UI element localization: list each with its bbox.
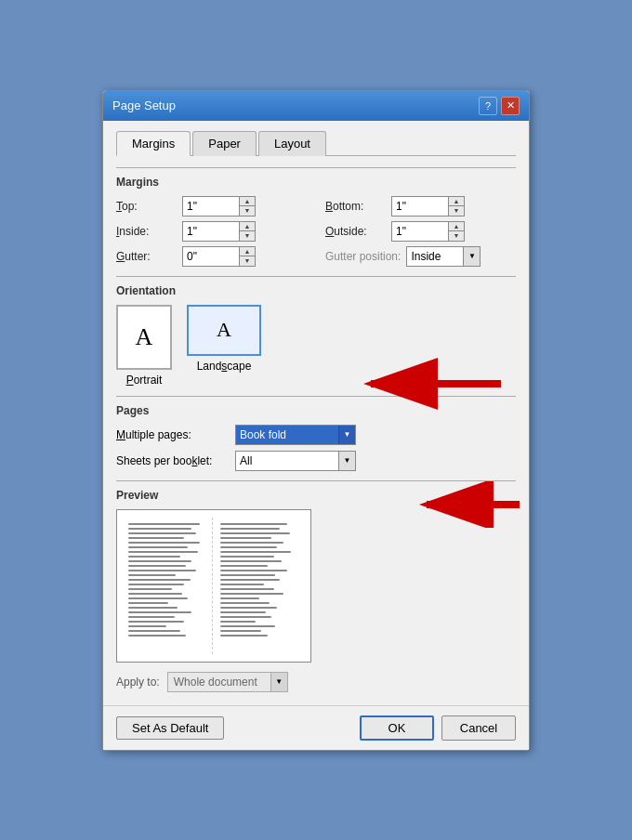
bottom-spin-down[interactable]: ▼ [449,206,464,216]
close-button[interactable]: ✕ [501,97,520,115]
sheets-value: All [236,454,338,467]
gutter-position-dropdown[interactable]: Inside ▼ [406,246,481,267]
top-spin-down[interactable]: ▼ [240,206,255,216]
bottom-input[interactable] [392,197,448,216]
dialog-body: Margins Paper Layout Margins Top: ▲ ▼ [103,121,529,705]
orientation-buttons: A Portrait A Landscape [116,305,516,387]
inside-spinner-buttons: ▲ ▼ [239,222,255,241]
apply-value: Whole document [168,676,270,689]
gutter-position-value: Inside [407,250,463,263]
gutter-spin-up[interactable]: ▲ [240,247,255,256]
margins-section: Margins Top: ▲ ▼ Bottom: [116,167,516,267]
gutter-position-dropdown-btn[interactable]: ▼ [463,247,480,266]
multiple-pages-label: Multiple pages: [116,428,228,441]
outside-spin-up[interactable]: ▲ [449,222,464,231]
outside-spin-down[interactable]: ▼ [449,231,464,241]
preview-right-page [217,518,304,654]
title-bar: Page Setup ? ✕ [103,91,529,121]
portrait-label: Portrait [126,374,163,387]
inside-spin-down[interactable]: ▼ [240,231,255,241]
inside-spinner[interactable]: ▲ ▼ [182,221,256,242]
multiple-pages-dropdown-btn[interactable]: ▼ [338,426,355,444]
outside-input[interactable] [392,222,448,241]
multiple-pages-value: Book fold [236,428,338,441]
landscape-label: Landscape [197,360,252,373]
portrait-letter: A [136,323,153,351]
help-button[interactable]: ? [479,97,497,115]
gutter-field-row: Gutter: ▲ ▼ [116,246,307,267]
bottom-spinner[interactable]: ▲ ▼ [391,196,465,217]
sheets-per-booklet-label: Sheets per booklet: [116,454,228,467]
bottom-spinner-buttons: ▲ ▼ [448,197,464,216]
top-input[interactable] [183,197,239,216]
outside-field-row: Outside: ▲ ▼ [325,221,516,242]
preview-box [116,509,311,663]
inside-label: Inside: [116,225,177,238]
gutter-position-field-row: Gutter position: Inside ▼ [325,246,516,267]
outside-label: Outside: [325,225,386,238]
preview-label: Preview [116,489,516,502]
portrait-button[interactable]: A Portrait [116,305,172,387]
gutter-position-label: Gutter position: [325,250,401,263]
margins-grid: Top: ▲ ▼ Bottom: ▲ [116,196,516,267]
tab-margins[interactable]: Margins [116,131,191,156]
top-spinner-buttons: ▲ ▼ [239,197,255,216]
bottom-spin-up[interactable]: ▲ [449,197,464,206]
apply-dropdown-btn[interactable]: ▼ [270,673,287,691]
tab-bar: Margins Paper Layout [116,130,516,156]
apply-dropdown[interactable]: Whole document ▼ [167,672,288,692]
dialog-footer: Set As Default OK Cancel [103,705,529,750]
ok-button[interactable]: OK [360,715,434,741]
top-spin-up[interactable]: ▲ [240,197,255,206]
pages-section-label: Pages [116,404,516,417]
landscape-button[interactable]: A Landscape [187,305,261,373]
pages-section: Pages Multiple pages: Book fold ▼ Sheets… [116,396,516,471]
dialog-title: Page Setup [112,98,176,112]
inside-field-row: Inside: ▲ ▼ [116,221,307,242]
sheets-dropdown-btn[interactable]: ▼ [338,452,355,470]
top-field-row: Top: ▲ ▼ [116,196,307,217]
outside-spinner-buttons: ▲ ▼ [448,222,464,241]
page-setup-dialog: Page Setup ? ✕ Margins Paper Layout Marg… [102,90,530,751]
sheets-dropdown[interactable]: All ▼ [235,451,356,471]
orientation-label: Orientation [116,284,516,297]
landscape-icon: A [187,305,261,356]
outside-spinner[interactable]: ▲ ▼ [391,221,465,242]
tab-paper[interactable]: Paper [192,131,257,156]
ok-cancel-buttons: OK Cancel [360,715,516,741]
gutter-label: Gutter: [116,250,177,263]
apply-row: Apply to: Whole document ▼ [116,672,516,692]
set-as-default-button[interactable]: Set As Default [116,716,224,740]
tab-layout[interactable]: Layout [258,131,326,156]
margins-section-label: Margins [116,176,516,189]
title-bar-buttons: ? ✕ [479,97,520,115]
gutter-spinner-buttons: ▲ ▼ [239,247,255,266]
gutter-spin-down[interactable]: ▼ [240,256,255,266]
cancel-button[interactable]: Cancel [441,715,516,741]
sheets-per-booklet-row: Sheets per booklet: All ▼ [116,451,516,471]
preview-left-page [125,518,213,654]
top-spinner[interactable]: ▲ ▼ [182,196,256,217]
multiple-pages-row: Multiple pages: Book fold ▼ [116,425,516,445]
inside-spin-up[interactable]: ▲ [240,222,255,231]
orientation-section: Orientation A Portrait A Landscape [116,276,516,387]
multiple-pages-dropdown[interactable]: Book fold ▼ [235,425,356,445]
apply-label: Apply to: [116,676,160,689]
portrait-icon: A [116,305,172,370]
bottom-field-row: Bottom: ▲ ▼ [325,196,516,217]
inside-input[interactable] [183,222,239,241]
preview-section: Preview [116,480,516,663]
top-label: Top: [116,200,177,213]
bottom-label: Bottom: [325,200,386,213]
gutter-input[interactable] [183,247,239,266]
landscape-letter: A [217,318,231,342]
gutter-spinner[interactable]: ▲ ▼ [182,246,256,267]
